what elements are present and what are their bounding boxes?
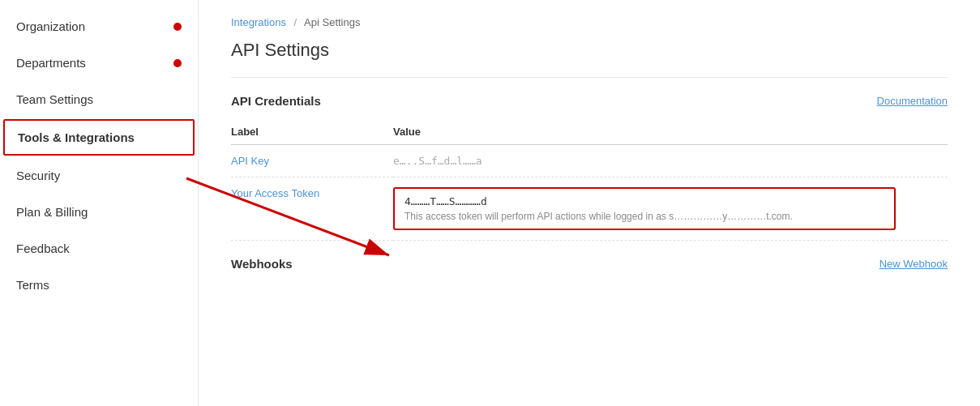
access-token-value-cell: 4………T……S…………d This access token will per… bbox=[393, 177, 948, 241]
sidebar-item-feedback[interactable]: Feedback bbox=[0, 230, 198, 267]
api-credentials-title: API Credentials bbox=[231, 94, 321, 108]
api-key-label: API Key bbox=[231, 155, 269, 167]
sidebar-item-label: Feedback bbox=[16, 241, 70, 255]
table-row: API Key e…..S…f…d…l……a bbox=[231, 145, 948, 177]
api-credentials-table: Label Value API Key e…..S…f…d…l……a bbox=[231, 121, 948, 241]
sidebar-item-terms[interactable]: Terms bbox=[0, 267, 198, 303]
webhooks-title: Webhooks bbox=[231, 257, 293, 271]
sidebar-item-label: Departments bbox=[16, 56, 86, 70]
notification-dot bbox=[173, 59, 182, 67]
notification-dot bbox=[173, 23, 182, 31]
sidebar-item-label: Terms bbox=[16, 278, 49, 292]
main-content: Integrations / Api Settings API Settings… bbox=[199, 0, 980, 406]
sidebar-item-organization[interactable]: Organization bbox=[0, 8, 198, 45]
sidebar-item-label: Plan & Billing bbox=[16, 205, 88, 219]
access-token-value: 4………T……S…………d bbox=[404, 195, 884, 207]
documentation-link[interactable]: Documentation bbox=[877, 95, 948, 107]
sidebar-item-team-settings[interactable]: Team Settings bbox=[0, 81, 198, 118]
table-row: Your Access Token 4………T……S…………d This acc… bbox=[231, 177, 948, 241]
column-label: Label bbox=[231, 121, 393, 145]
row-label: API Key bbox=[231, 145, 393, 177]
column-value: Value bbox=[393, 121, 948, 145]
access-token-description: This access token will perform API actio… bbox=[404, 211, 884, 222]
sidebar-item-label: Team Settings bbox=[16, 92, 93, 106]
breadcrumb-current: Api Settings bbox=[304, 16, 360, 28]
sidebar-item-label: Tools & Integrations bbox=[18, 130, 135, 144]
webhooks-header: Webhooks New Webhook bbox=[231, 257, 948, 271]
breadcrumb: Integrations / Api Settings bbox=[231, 16, 948, 28]
sidebar-item-label: Security bbox=[16, 169, 60, 182]
api-credentials-header: API Credentials Documentation bbox=[231, 94, 948, 108]
api-key-value-cell: e…..S…f…d…l……a bbox=[393, 145, 948, 177]
api-credentials-section: API Credentials Documentation Label Valu… bbox=[231, 94, 948, 241]
webhooks-section: Webhooks New Webhook bbox=[231, 257, 948, 271]
sidebar-item-plan-billing[interactable]: Plan & Billing bbox=[0, 194, 198, 230]
access-token-label: Your Access Token bbox=[231, 187, 319, 199]
row-label: Your Access Token bbox=[231, 177, 393, 241]
page-title: API Settings bbox=[231, 40, 948, 61]
table-header-row: Label Value bbox=[231, 121, 948, 145]
api-key-value: e…..S…f…d…l……a bbox=[393, 155, 482, 167]
breadcrumb-link[interactable]: Integrations bbox=[231, 16, 286, 28]
access-token-box: 4………T……S…………d This access token will per… bbox=[393, 187, 896, 230]
sidebar: Organization Departments Team Settings T… bbox=[0, 0, 199, 406]
sidebar-item-tools-integrations[interactable]: Tools & Integrations bbox=[3, 119, 195, 156]
sidebar-item-departments[interactable]: Departments bbox=[0, 45, 198, 81]
new-webhook-link[interactable]: New Webhook bbox=[879, 258, 948, 270]
sidebar-item-label: Organization bbox=[16, 19, 85, 33]
breadcrumb-separator: / bbox=[294, 16, 297, 28]
section-divider bbox=[231, 77, 948, 78]
sidebar-item-security[interactable]: Security bbox=[0, 157, 198, 194]
